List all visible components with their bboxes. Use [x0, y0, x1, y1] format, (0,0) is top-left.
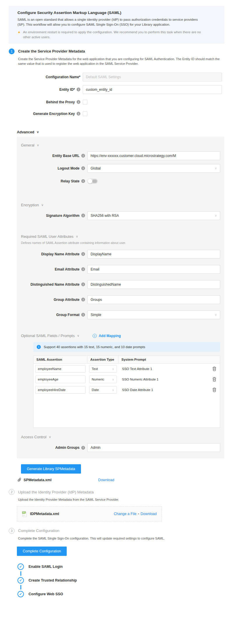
trash-icon [212, 366, 216, 371]
group-format-select[interactable]: Simple ∨ [87, 310, 220, 319]
link-separator: - [138, 512, 139, 516]
group-format-row: Group Format i Simple ∨ [21, 310, 220, 319]
distinguished-name-attribute-input[interactable] [87, 280, 220, 289]
relay-state-row: Relay State i [21, 179, 220, 184]
display-name-info-icon[interactable]: i [81, 252, 85, 256]
admin-groups-input[interactable] [87, 443, 220, 452]
admin-groups-info-icon[interactable]: i [81, 446, 85, 450]
restart-warning: ▲ An environment restart is required to … [17, 30, 216, 39]
encryption-section-toggle[interactable]: Encryption ∨ [21, 203, 43, 207]
entity-id-info-icon[interactable]: i [77, 88, 80, 91]
email-attribute-info-icon[interactable]: i [81, 267, 85, 271]
email-attribute-input[interactable] [87, 265, 220, 274]
logout-mode-select[interactable]: Global ∨ [87, 164, 220, 173]
delete-row-button[interactable] [212, 377, 216, 382]
optional-fields-section-toggle[interactable]: Optional SAML Fields / Prompts ∨ [21, 334, 80, 338]
required-attributes-description: Defines names of SAML Assertion attribut… [21, 241, 220, 245]
trash-icon [212, 388, 216, 392]
assertion-name-field[interactable]: employeeHireDate [35, 386, 86, 394]
system-prompt-value: SSO Numeric Attribute 1 [122, 378, 158, 381]
idp-file-name: IDPMetadata.xml [30, 512, 59, 516]
info-banner-text: Support 40 assertions with 15 text, 15 n… [44, 345, 145, 349]
entity-id-input[interactable] [83, 85, 222, 94]
distinguished-name-attribute-label: Distinguished Name Attribute i [21, 282, 87, 287]
step-3-description: Complete the SAML Single Sign-On configu… [18, 536, 222, 541]
entity-base-url-label: Entity Base URL i [21, 154, 87, 158]
complete-configuration-button[interactable]: Complete Configuration [17, 547, 67, 556]
generate-encryption-key-label: Generate Encryption Key i [9, 112, 83, 116]
distinguished-name-attribute-row: Distinguished Name Attribute i [21, 280, 220, 289]
admin-groups-label: Admin Groups i [21, 446, 87, 450]
chevron-down-icon: ∨ [112, 388, 114, 392]
configuration-name-input[interactable] [83, 73, 222, 81]
distinguished-name-info-icon[interactable]: i [81, 282, 85, 286]
access-control-section-toggle[interactable]: Access Control ∨ [21, 435, 51, 439]
paperclip-icon [17, 478, 21, 482]
general-section-toggle[interactable]: General ∨ [21, 143, 39, 147]
required-attributes-section-toggle[interactable]: Required SAML User Attributes ∨ [21, 234, 78, 239]
chevron-down-icon: ∨ [37, 143, 39, 147]
chevron-down-icon: ∨ [215, 166, 217, 170]
check-circle-icon: ✓ [17, 577, 24, 584]
assertion-type-select[interactable]: Numeric ∨ [89, 376, 117, 383]
step-2-header: 2 Upload the Identity Provider (IdP) Met… [9, 489, 224, 495]
display-name-attribute-label: Display Name Attribute i [21, 252, 87, 256]
xml-file-icon: XML [22, 511, 27, 517]
page-title: Configure Security Assertion Markup Lang… [17, 11, 216, 15]
signature-algorithm-info-icon[interactable]: i [81, 214, 85, 217]
group-attribute-input[interactable] [87, 295, 220, 304]
email-attribute-label: Email Attribute i [21, 267, 87, 271]
signature-algorithm-select[interactable]: SHA256 with RSA ∨ [87, 211, 220, 220]
chevron-down-icon: ∨ [112, 378, 114, 381]
step-3-badge: 3 [9, 528, 15, 534]
entity-base-url-info-icon[interactable]: i [81, 154, 85, 158]
sp-download-link[interactable]: Download [98, 478, 114, 482]
logout-mode-info-icon[interactable]: i [81, 166, 85, 170]
sp-metadata-file-row: SPMetadata.xml Download [17, 478, 224, 482]
assertion-name-field[interactable]: employeeName [35, 365, 86, 373]
idp-download-link[interactable]: Download [140, 512, 157, 516]
warning-icon: ▲ [17, 30, 21, 39]
saml-intro-card: Configure Security Assertion Markup Lang… [9, 6, 224, 44]
entity-base-url-row: Entity Base URL i [21, 151, 220, 160]
assertion-type-select[interactable]: Text ∨ [89, 365, 117, 373]
step-1-header: 1 Create the Service Provider Metadata [9, 48, 224, 54]
step-1-section: 1 Create the Service Provider Metadata C… [9, 48, 224, 482]
change-file-link[interactable]: Change a File [114, 512, 137, 516]
behind-proxy-info-icon[interactable]: i [77, 100, 80, 104]
assertion-name-field[interactable]: employeeAge [35, 376, 86, 383]
generate-encryption-key-row: Generate Encryption Key i [9, 111, 222, 116]
page-description: SAML is an open standard that allows a s… [17, 17, 204, 27]
group-format-label: Group Format i [21, 313, 87, 317]
delete-row-button[interactable] [212, 388, 216, 392]
entity-base-url-input[interactable] [87, 151, 220, 160]
group-attribute-info-icon[interactable]: i [81, 298, 85, 301]
delete-row-button[interactable] [212, 366, 216, 371]
display-name-attribute-input[interactable] [87, 250, 220, 259]
step-1-description: Create the Service Provider Metadata for… [18, 57, 222, 66]
relay-state-toggle[interactable] [87, 179, 98, 184]
sp-metadata-form: Configuration Name* Entity ID* i Behind … [9, 73, 224, 116]
generate-encryption-key-info-icon[interactable]: i [77, 112, 80, 116]
advanced-panel: General ∨ Entity Base URL i Logout Mode … [17, 137, 224, 459]
behind-proxy-label: Behind the Proxy i [9, 100, 83, 104]
behind-proxy-checkbox[interactable] [83, 100, 87, 104]
step-3-title: Complete Configuration [18, 528, 59, 533]
add-mapping-button[interactable]: + Add Mapping [93, 334, 121, 338]
svg-text:XML: XML [22, 512, 26, 513]
system-prompt-value: SSO Date Attribute 1 [122, 388, 153, 392]
advanced-toggle[interactable]: Advanced ∨ [17, 130, 39, 134]
configuration-name-row: Configuration Name* [9, 73, 222, 81]
check-circle-icon: ✓ [17, 563, 24, 570]
checklist-connector [20, 571, 21, 576]
relay-state-info-icon[interactable]: i [81, 179, 85, 183]
step-3-header: 3 Complete Configuration [9, 528, 224, 534]
generate-sp-metadata-button[interactable]: Generate Library SPMetadata [21, 464, 81, 474]
email-attribute-row: Email Attribute i [21, 265, 220, 274]
checklist-item-enable-saml-login: ✓ Enable SAML Login [17, 563, 224, 570]
generate-encryption-key-checkbox[interactable] [83, 111, 87, 116]
logout-mode-label: Logout Mode i [21, 166, 87, 170]
group-format-info-icon[interactable]: i [81, 313, 85, 317]
step-2-title: Upload the Identity Provider (IdP) Metad… [18, 490, 94, 494]
assertion-type-select[interactable]: Date ∨ [89, 386, 117, 394]
